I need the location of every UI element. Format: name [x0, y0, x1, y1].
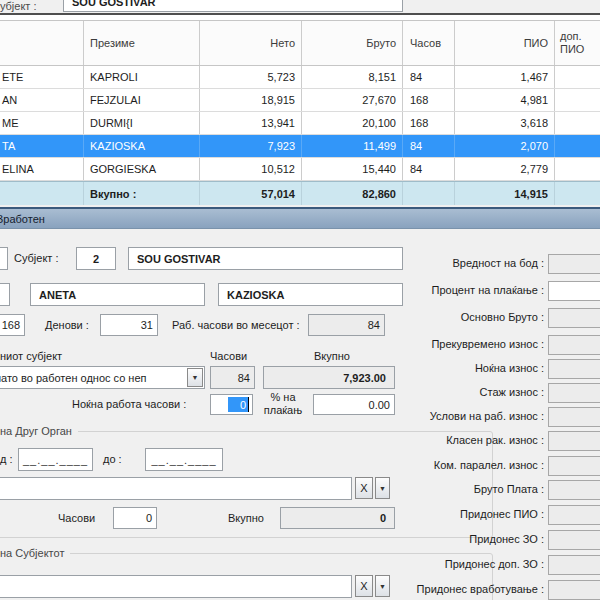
- last-name-field[interactable]: KAZIOSKA: [218, 283, 403, 306]
- subject-name-field[interactable]: SOU GOSTIVAR: [128, 247, 403, 270]
- grid-header-row: Презиме Нето Бруто Часов ПИО доп. ПИО: [0, 20, 600, 66]
- cell-name: AN: [0, 89, 84, 111]
- night-hours-input[interactable]: 0: [210, 394, 253, 415]
- days-label: Денови :: [45, 319, 89, 331]
- amount-field-label: Придонес доп. ЗО :: [445, 558, 544, 570]
- other-organ-total-label: Вкупно: [228, 512, 264, 524]
- grid-header-name: [0, 21, 84, 65]
- date-from-label: д :: [0, 453, 13, 465]
- cell-neto: 7,923: [200, 135, 302, 157]
- chevron-down-icon: ▼: [379, 583, 386, 590]
- grid-header-pio: ПИО: [455, 21, 555, 65]
- table-row[interactable]: ME DURMI{I 13,941 20,100 168 3,618: [0, 112, 600, 135]
- cell-surname: GORGIESKA: [84, 158, 200, 180]
- subject-label: Субјект :: [14, 252, 59, 264]
- cell-hours: 168: [403, 89, 455, 111]
- subject-clear-button[interactable]: X: [355, 575, 373, 597]
- other-organ-hours-input[interactable]: 0: [113, 507, 157, 529]
- subject-group-title: на Субјектот: [0, 547, 70, 559]
- cell-neto: 5,723: [200, 66, 302, 88]
- section-bar-label: Вработен: [0, 213, 45, 225]
- cell-hours: 84: [403, 158, 455, 180]
- table-row[interactable]: ETE KAPROLI 5,723 8,151 84 1,467: [0, 66, 600, 89]
- amount-field-row: Ноќна износ :: [400, 359, 600, 379]
- amount-field-label: Придонес вработување :: [417, 583, 544, 595]
- amount-field-label: Бруто Плата :: [474, 483, 544, 495]
- cell-surname: KAZIOSKA: [84, 135, 200, 157]
- cell-pio: 1,467: [455, 66, 555, 88]
- amount-field-input: [548, 555, 600, 575]
- cell-dop-pio: [555, 135, 600, 157]
- other-organ-combo-input[interactable]: [0, 477, 352, 500]
- amount-field-row: Процент на плаќање :: [400, 281, 600, 301]
- total-label: Вкупно :: [84, 182, 200, 205]
- amount-field-label: Класен рак. износ :: [446, 434, 544, 446]
- cell-surname: KAPROLI: [84, 66, 200, 88]
- grid-total-row: Вкупно : 57,014 82,860 14,915: [0, 181, 600, 205]
- amount-field-input[interactable]: [548, 281, 600, 301]
- date-to-input[interactable]: __.__.____: [145, 448, 223, 471]
- amount-field-row: Придонес вработување :: [400, 580, 600, 600]
- amount-field-input: [548, 383, 600, 403]
- other-organ-dropdown-button[interactable]: ▼: [375, 477, 390, 499]
- cell-bruto: 11,499: [302, 135, 403, 157]
- amount-field-input: [548, 505, 600, 525]
- other-organ-total-field: 0: [280, 507, 395, 529]
- x-clear-icon: X: [360, 482, 367, 494]
- amount-field-input: [548, 580, 600, 600]
- month-hours-field: 84: [308, 314, 385, 336]
- cell-name: ELINA: [0, 158, 84, 180]
- cell-hours: 84: [403, 135, 455, 157]
- cell-dop-pio: [555, 66, 600, 88]
- subject-strip-value-box[interactable]: SOU GOSTIVAR: [63, 0, 403, 12]
- amount-field-input: [548, 335, 600, 355]
- amount-field-label: Стаж износ :: [480, 386, 544, 398]
- employment-dropdown-button[interactable]: ▼: [187, 368, 203, 387]
- date-to-label: до :: [103, 453, 122, 465]
- total-pio: 14,915: [455, 182, 555, 205]
- other-organ-clear-button[interactable]: X: [355, 477, 373, 499]
- cell-dop-pio: [555, 89, 600, 111]
- first-name-field[interactable]: ANETA: [30, 283, 205, 306]
- days-field[interactable]: 31: [100, 314, 158, 336]
- subject-dropdown-button[interactable]: ▼: [375, 575, 390, 597]
- amount-field-label: Основно Бруто :: [461, 311, 544, 323]
- amount-field-row: Придонес доп. ЗО :: [400, 555, 600, 575]
- amount-field-row: Придонес ПИО :: [400, 505, 600, 525]
- amount-field-row: Стаж износ :: [400, 383, 600, 403]
- amount-field-input: [548, 359, 600, 379]
- amount-field-label: Придонес ЗО :: [469, 533, 544, 545]
- cell-pio: 2,779: [455, 158, 555, 180]
- employment-total-field: 7,923.00: [263, 366, 395, 389]
- payroll-window: Субјект : SOU GOSTIVAR Презиме Нето Брут…: [0, 0, 600, 600]
- cell-hours: 84: [403, 66, 455, 88]
- amount-field-row: Услови на раб. износ :: [400, 407, 600, 427]
- hours-column-header: Часови: [210, 350, 247, 362]
- chevron-down-icon: ▼: [379, 485, 386, 492]
- grid-header-surname: Презиме: [84, 21, 200, 65]
- date-from-input[interactable]: __.__.____: [18, 448, 93, 471]
- x-clear-icon: X: [360, 580, 367, 592]
- employee-section-bar: Вработен: [0, 207, 600, 229]
- cell-dop-pio: [555, 112, 600, 134]
- table-row[interactable]: AN FEJZULAI 18,915 27,670 168 4,981: [0, 89, 600, 112]
- employment-type-dropdown[interactable]: нато во работен однос со неп: [0, 366, 205, 389]
- partial-subject-label: ниот субјект: [0, 350, 62, 362]
- month-hours-label: Раб. часови во месецот :: [172, 319, 300, 331]
- table-row[interactable]: TA KAZIOSKA 7,923 11,499 84 2,070: [0, 135, 600, 158]
- cell-bruto: 27,670: [302, 89, 403, 111]
- pct-payment-field[interactable]: 0.00: [313, 394, 395, 415]
- cell-hours: 168: [403, 112, 455, 134]
- cell-dop-pio: [555, 158, 600, 180]
- amount-field-label: Прекувремено износ :: [431, 338, 544, 350]
- subject-code-field[interactable]: 2: [76, 247, 116, 270]
- pct-payment-label: % на плаќањ: [256, 391, 310, 417]
- table-row[interactable]: ELINA GORGIESKA 10,512 15,440 84 2,779: [0, 158, 600, 181]
- cell-surname: FEJZULAI: [84, 89, 200, 111]
- amount-field-input: [548, 407, 600, 427]
- table-body: ETE KAPROLI 5,723 8,151 84 1,467 AN FEJZ…: [0, 66, 600, 181]
- subject-combo-input[interactable]: [0, 575, 352, 598]
- total-hours: [403, 182, 455, 205]
- cell-name: ME: [0, 112, 84, 134]
- grid-header-dop-pio: доп. ПИО: [555, 21, 600, 65]
